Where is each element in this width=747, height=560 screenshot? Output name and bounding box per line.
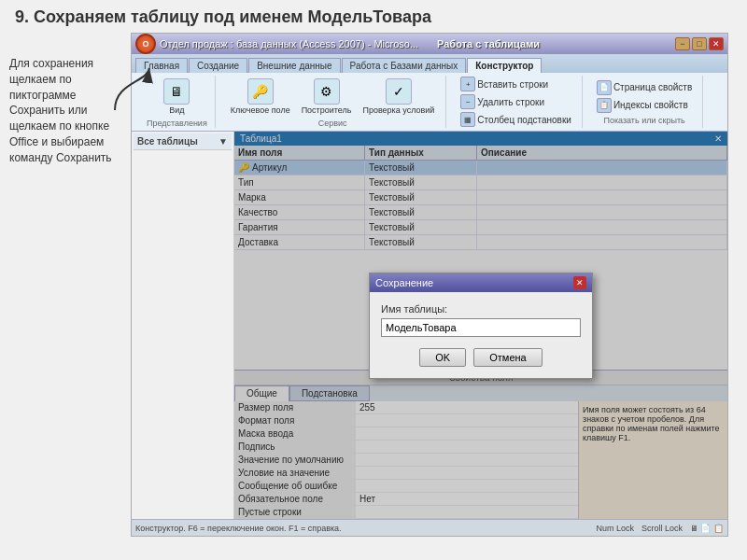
dialog-close-btn[interactable]: ✕ bbox=[573, 276, 586, 289]
tools-group-label: Сервис bbox=[318, 119, 347, 128]
columns-icon: ▦ bbox=[460, 112, 475, 127]
left-annotation: Для сохранения щелкаем по пиктограмме Со… bbox=[9, 56, 112, 166]
status-bar: Конструктор. F6 = переключение окон. F1 … bbox=[132, 519, 727, 536]
dialog-title-bar: Сохранение ✕ bbox=[370, 273, 592, 292]
columns-button[interactable]: ▦ Столбец подстановки bbox=[458, 111, 574, 128]
table-editor: Таблица1 ✕ Имя поля Тип данных Описание … bbox=[234, 132, 727, 519]
ribbon-group-showhide: 📄 Страница свойств 📋 Индексы свойств Пок… bbox=[586, 76, 703, 128]
work-section-text: Работа с таблицами bbox=[437, 38, 540, 49]
title-text: Отдел продаж : база данных (Access 2007)… bbox=[160, 38, 418, 49]
insert-rows-label: Вставить строки bbox=[477, 79, 548, 90]
app-window: O Отдел продаж : база данных (Access 200… bbox=[131, 33, 728, 537]
main-content: Все таблицы ▼ Таблица1 ✕ Имя поля Тип да… bbox=[132, 132, 727, 519]
arrow-svg bbox=[110, 63, 157, 119]
view-icon: 🖥 bbox=[163, 78, 190, 105]
check-icon: ✓ bbox=[386, 78, 412, 105]
views-group-label: Представления bbox=[147, 119, 207, 128]
num-lock-label: Num Lock bbox=[596, 524, 634, 533]
status-right: Num Lock Scroll Lock 🖥 📄 📋 bbox=[596, 524, 724, 533]
dialog-input-label: Имя таблицы: bbox=[381, 303, 581, 315]
view-label: Вид bbox=[169, 105, 184, 115]
panel-arrow-icon[interactable]: ▼ bbox=[218, 136, 228, 147]
page-props-label: Страница свойств bbox=[613, 82, 692, 92]
all-tables-label: Все таблицы bbox=[137, 136, 198, 147]
dialog-overlay: Сохранение ✕ Имя таблицы: OK Отмена bbox=[234, 132, 727, 519]
showhide-col: 📄 Страница свойств 📋 Индексы свойств bbox=[594, 79, 695, 114]
dialog-buttons: OK Отмена bbox=[381, 348, 581, 367]
key-icon: 🔑 bbox=[247, 78, 274, 105]
close-button[interactable]: ✕ bbox=[709, 37, 724, 50]
delete-rows-icon: − bbox=[460, 94, 475, 109]
maximize-button[interactable]: □ bbox=[692, 37, 707, 50]
scroll-lock-label: Scroll Lock bbox=[641, 524, 683, 533]
page-props-icon: 📄 bbox=[597, 80, 612, 95]
dialog-title-text: Сохранение bbox=[375, 277, 433, 288]
minimize-button[interactable]: − bbox=[675, 37, 690, 50]
title-bar-controls: − □ ✕ bbox=[675, 37, 724, 50]
check-button[interactable]: ✓ Проверка условий bbox=[359, 77, 438, 117]
insert-rows-button[interactable]: + Вставить строки bbox=[458, 76, 574, 92]
status-icons: 🖥 📄 📋 bbox=[690, 524, 724, 533]
tab-sozdanie[interactable]: Создание bbox=[189, 58, 247, 73]
dialog-cancel-btn[interactable]: Отмена bbox=[473, 348, 542, 367]
save-dialog: Сохранение ✕ Имя таблицы: OK Отмена bbox=[369, 273, 593, 379]
delete-rows-label: Удалить строки bbox=[477, 97, 544, 107]
view-button[interactable]: 🖥 Вид bbox=[160, 77, 193, 117]
rows-col: + Вставить строки − Удалить строки ▦ Сто… bbox=[458, 76, 574, 128]
tab-vneshnie[interactable]: Внешние данные bbox=[248, 58, 340, 73]
showhide-group-label: Показать или скрыть bbox=[603, 116, 684, 125]
tab-rabota[interactable]: Работа с Базами данных bbox=[342, 58, 467, 73]
indexes-icon: 📋 bbox=[597, 98, 612, 113]
ribbon-group-rows: + Вставить строки − Удалить строки ▦ Сто… bbox=[450, 76, 583, 128]
title-bar-left: O Отдел продаж : база данных (Access 200… bbox=[135, 34, 540, 54]
ribbon-tabs: Главная Создание Внешние данные Работа с… bbox=[132, 54, 727, 73]
insert-rows-icon: + bbox=[460, 77, 475, 91]
status-left-text: Конструктор. F6 = переключение окон. F1 … bbox=[135, 524, 342, 533]
columns-label: Столбец подстановки bbox=[477, 115, 571, 125]
dialog-table-name-input[interactable] bbox=[381, 318, 581, 337]
tab-konstruktor[interactable]: Конструктор bbox=[467, 58, 542, 73]
ribbon-group-tools: 🔑 Ключевое поле ⚙ Построитель ✓ Проверка… bbox=[219, 76, 447, 128]
builder-label: Построитель bbox=[302, 105, 352, 115]
indexes-label: Индексы свойств bbox=[613, 100, 688, 110]
indexes-button[interactable]: 📋 Индексы свойств bbox=[594, 97, 695, 114]
panel-header: Все таблицы ▼ bbox=[134, 133, 232, 150]
builder-button[interactable]: ⚙ Построитель bbox=[298, 77, 356, 117]
delete-rows-button[interactable]: − Удалить строки bbox=[458, 93, 574, 110]
ribbon: Главная Создание Внешние данные Работа с… bbox=[132, 54, 727, 132]
key-field-button[interactable]: 🔑 Ключевое поле bbox=[227, 77, 294, 117]
left-panel: Все таблицы ▼ bbox=[132, 132, 234, 519]
dialog-ok-btn[interactable]: OK bbox=[419, 348, 466, 367]
office-button[interactable]: O bbox=[135, 34, 156, 54]
page-title: 9. Сохраняем таблицу под именем МодельТо… bbox=[0, 0, 747, 31]
page-props-button[interactable]: 📄 Страница свойств bbox=[594, 79, 695, 96]
check-label: Проверка условий bbox=[362, 105, 434, 115]
key-field-label: Ключевое поле bbox=[231, 105, 290, 115]
title-bar: O Отдел продаж : база данных (Access 200… bbox=[132, 34, 727, 54]
ribbon-content: 🖥 Вид Представления 🔑 Ключевое поле ⚙ По… bbox=[132, 73, 727, 131]
builder-icon: ⚙ bbox=[314, 78, 340, 105]
dialog-body: Имя таблицы: OK Отмена bbox=[370, 292, 592, 378]
